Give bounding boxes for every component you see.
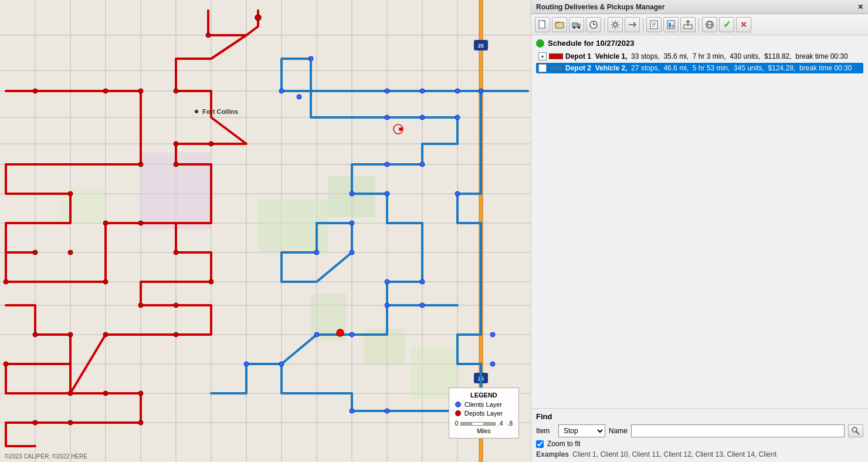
zoom-checkbox[interactable] <box>536 440 544 448</box>
svg-point-46 <box>385 89 389 93</box>
svg-point-55 <box>350 191 354 196</box>
svg-point-68 <box>244 362 249 366</box>
legend-title: LEGEND <box>455 392 513 399</box>
svg-point-103 <box>138 420 143 425</box>
svg-point-83 <box>68 191 73 196</box>
svg-point-86 <box>68 250 73 255</box>
svg-rect-124 <box>669 23 671 28</box>
depot2-break: break time 00:30 <box>799 64 852 72</box>
svg-point-62 <box>420 279 425 284</box>
svg-point-50 <box>385 115 389 120</box>
export-btn[interactable] <box>680 17 696 32</box>
depot2-units: 345 units, <box>734 64 764 72</box>
svg-point-59 <box>314 250 319 255</box>
svg-point-92 <box>138 303 143 308</box>
svg-point-76 <box>138 89 143 93</box>
depot2-route-text: Depot 2 Vehicle 2, 27 stops, 46.6 mi, 5 … <box>565 64 852 72</box>
svg-point-47 <box>420 89 425 93</box>
svg-point-65 <box>350 332 354 337</box>
doc2-btn[interactable] <box>663 17 679 32</box>
depot2-stops: 27 stops, <box>631 64 660 72</box>
check-btn[interactable]: ✓ <box>719 17 734 32</box>
scale-unit: Miles <box>455 428 513 434</box>
svg-point-96 <box>68 332 73 337</box>
new-btn[interactable] <box>535 17 550 32</box>
depot1-vehicle: Vehicle 1, <box>595 52 628 60</box>
close-x-btn[interactable]: ✕ <box>736 17 751 32</box>
svg-point-84 <box>103 221 108 225</box>
truck-btn[interactable] <box>569 17 584 32</box>
open-btn[interactable] <box>552 17 567 32</box>
svg-point-97 <box>33 332 38 337</box>
examples-label: Examples <box>536 450 569 458</box>
svg-point-71 <box>490 362 495 366</box>
toolbar-sep-3 <box>699 18 699 31</box>
clock-btn[interactable] <box>586 17 601 32</box>
svg-point-85 <box>138 221 143 225</box>
svg-point-44 <box>279 89 284 93</box>
svg-point-53 <box>385 162 389 167</box>
arrows-btn[interactable] <box>625 17 640 32</box>
title-close-btn[interactable]: ✕ <box>857 3 863 11</box>
svg-point-109 <box>399 127 402 131</box>
svg-point-79 <box>174 141 178 146</box>
search-btn[interactable] <box>848 424 863 437</box>
svg-point-80 <box>209 141 213 146</box>
svg-point-90 <box>174 250 178 255</box>
depot1-route-row[interactable]: + Depot 1 Vehicle 1, 33 stops, 35.6 mi, … <box>536 51 863 62</box>
depot2-time: 5 hr 53 min, <box>693 64 730 72</box>
title-bar: Routing Deliveries & Pickups Manager ✕ <box>531 0 868 14</box>
svg-point-43 <box>308 56 313 61</box>
depot1-distance: 35.6 mi, <box>663 52 689 60</box>
toolbar-sep-1 <box>604 18 605 31</box>
svg-point-48 <box>455 89 460 93</box>
svg-point-91 <box>209 279 213 284</box>
depot2-color-bar <box>549 65 563 71</box>
svg-point-105 <box>337 329 344 336</box>
find-row1: Item Stop Depot Vehicle Name <box>536 424 863 437</box>
svg-rect-112 <box>572 23 578 27</box>
depot1-cost: $118.82, <box>764 52 792 60</box>
svg-text:25: 25 <box>478 43 484 49</box>
depot1-expand-btn[interactable]: + <box>538 52 547 60</box>
toolbar: ✓ ✕ <box>531 14 868 35</box>
svg-point-75 <box>174 89 178 93</box>
svg-point-78 <box>33 89 38 93</box>
depot2-cost: $124.28, <box>768 64 796 72</box>
svg-point-118 <box>613 23 617 26</box>
svg-point-101 <box>33 420 38 425</box>
svg-point-70 <box>385 409 389 413</box>
globe-btn[interactable] <box>702 17 717 32</box>
item-select[interactable]: Stop Depot Vehicle <box>558 424 605 437</box>
svg-point-104 <box>138 391 143 396</box>
toolbar-sep-2 <box>643 18 643 31</box>
svg-point-72 <box>490 332 495 337</box>
find-label: Find <box>536 412 863 421</box>
map-area: 25 25 <box>0 0 531 462</box>
zoom-to-fit-label[interactable]: Zoom to fit <box>547 440 581 448</box>
doc-btn[interactable] <box>646 17 662 32</box>
depot2-distance: 46.6 mi, <box>663 64 689 72</box>
svg-point-52 <box>455 115 460 120</box>
name-input[interactable] <box>631 424 845 437</box>
depot2-vehicle: Vehicle 2, <box>595 64 628 72</box>
depot1-color-bar <box>549 53 563 59</box>
svg-point-49 <box>479 89 483 93</box>
svg-point-57 <box>455 191 460 196</box>
svg-point-100 <box>103 391 108 396</box>
right-panel: Routing Deliveries & Pickups Manager ✕ <box>531 0 868 462</box>
examples-text: Client 1, Client 10, Client 11, Client 1… <box>572 450 777 458</box>
name-label: Name <box>609 427 628 435</box>
legend-clients-dot <box>455 402 461 407</box>
settings-btn[interactable] <box>608 17 623 32</box>
item-label: Item <box>536 427 555 435</box>
svg-point-74 <box>206 33 211 38</box>
svg-point-54 <box>420 162 425 167</box>
svg-point-99 <box>68 391 73 396</box>
svg-point-56 <box>385 191 389 196</box>
svg-point-94 <box>174 332 178 337</box>
svg-point-81 <box>174 162 178 167</box>
depot2-route-row[interactable]: + Depot 2 Vehicle 2, 27 stops, 46.6 mi, … <box>536 63 863 73</box>
depot2-expand-btn[interactable]: + <box>538 64 547 72</box>
depot1-stops: 33 stops, <box>631 52 660 60</box>
